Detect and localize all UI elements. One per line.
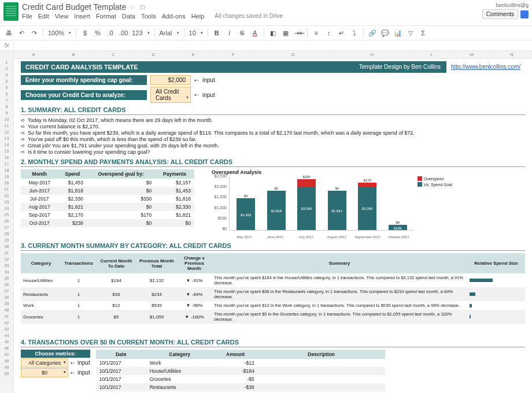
title-band: CREDIT CARD ANALYSIS TEMPLATE Template D… <box>21 61 525 73</box>
chart-icon[interactable]: 📊 <box>394 29 402 37</box>
menu-edit[interactable]: Edit <box>38 13 49 20</box>
table-row: Oct-2017$239$0$0 <box>21 219 194 227</box>
decimal-increase-icon[interactable]: .00 <box>119 29 127 36</box>
zoom-select[interactable]: 100% <box>48 29 64 36</box>
menu-insert[interactable]: Insert <box>74 13 90 20</box>
table-row: Aug-2017$1,821$0$2,330 <box>21 203 194 211</box>
template-credit: Template Design by Ben Collins <box>353 61 446 73</box>
section3-title: 3. CURRENT MONTH SUMMARY BY CATEGORY: AL… <box>21 242 525 251</box>
font-select[interactable]: Arial <box>160 29 172 36</box>
summary-line: ➪Today is Monday, 02 Oct 2017, which mea… <box>21 117 525 123</box>
table-row: 10/1/2017Restaurants-$38 <box>96 383 385 391</box>
italic-icon[interactable]: I <box>226 29 234 36</box>
undo-icon[interactable]: ↶ <box>17 29 25 37</box>
strike-icon[interactable]: S <box>238 29 246 36</box>
goal-label: Enter your monthly spending cap goal: <box>21 75 147 85</box>
table-row: Sep-2017$2,170$170$1,821 <box>21 211 194 219</box>
decimal-decrease-icon[interactable]: .0 <box>106 29 114 36</box>
menu-addons[interactable]: Add-ons <box>162 13 186 20</box>
section2-title: 2. MONTHLY SPEND AND PAYMENTS ANALYSIS: … <box>21 158 525 167</box>
row-headers[interactable]: 1234567891011121314151617181920212223242… <box>0 51 14 393</box>
section4-title: 4. TRANSACTIONS OVER $0 IN CURRENT MONTH… <box>21 339 525 347</box>
menu-help[interactable]: Help <box>191 13 205 20</box>
merge-icon[interactable]: ⇥⇤ <box>294 29 302 37</box>
title-bar: Credit Card Budget Template ☆ 🗀 File Edi… <box>0 0 532 25</box>
redo-icon[interactable]: ↷ <box>30 29 38 37</box>
chart-legend: Overspend Vs. Spend Goal <box>418 176 452 188</box>
metric-amount-select[interactable]: $0 <box>21 368 68 377</box>
section1-title: 1. SUMMARY: ALL CREDIT CARDS <box>21 106 525 115</box>
bold-icon[interactable]: B <box>213 29 221 36</box>
toolbar: 🖶 ↶ ↷ 100%▾ $ % .0 .00 123▾ Arial▾ 10▾ B… <box>0 25 532 40</box>
wrap-icon[interactable]: ↵ <box>338 29 346 37</box>
save-status: All changes saved in Drive <box>215 13 283 20</box>
card-label: Choose your Credit Card to analyze: <box>21 90 147 100</box>
table-row: 10/1/2017House/Utilities-$184 <box>96 367 385 375</box>
font-size-select[interactable]: 10 <box>189 29 196 36</box>
print-icon[interactable]: 🖶 <box>5 29 13 36</box>
summary-line: ➪You've paid off $0 this month, which is… <box>21 136 525 142</box>
number-format-select[interactable]: 123 <box>132 29 142 36</box>
template-title: CREDIT CARD ANALYSIS TEMPLATE <box>21 61 353 73</box>
spreadsheet-content[interactable]: CREDIT CARD ANALYSIS TEMPLATE Template D… <box>14 59 532 393</box>
table-row: Work1$12$539▼ -98%This month you've spen… <box>21 301 525 310</box>
overspend-chart: Overspend Analysis Overspend Vs. Spend G… <box>206 169 455 239</box>
summary-line: ➪Is it time to consier lowering your spe… <box>21 149 525 155</box>
summary-line: ➪Your current balance is $2,170. <box>21 124 525 129</box>
category-table: Category Transactions Current Month To D… <box>21 253 525 324</box>
input-arrow-icon: ⇠ <box>71 360 75 366</box>
input-arrow-icon: ⇠ <box>194 77 199 83</box>
transactions-table: DateCategoryAmountDescription 10/1/2017W… <box>96 350 385 391</box>
card-select[interactable]: All Credit Cards <box>150 87 191 103</box>
text-color-icon[interactable]: A <box>251 29 259 36</box>
menu-file[interactable]: File <box>22 13 32 20</box>
fill-color-icon[interactable]: ◧ <box>269 29 277 37</box>
author-link[interactable]: http://www.benlcollins.com/ <box>451 64 520 70</box>
currency-icon[interactable]: $ <box>81 29 89 36</box>
table-row: 10/1/2017Groceries-$5 <box>96 375 385 383</box>
input-arrow-icon: ⇠ <box>71 370 75 376</box>
formula-bar[interactable]: fx <box>0 40 532 51</box>
metrics-label: Choose metrics: <box>21 350 90 358</box>
sheets-app-icon[interactable] <box>3 2 19 21</box>
comment-icon[interactable]: 💬 <box>381 29 389 37</box>
menu-bar: File Edit View Insert Format Data Tools … <box>22 13 482 20</box>
fx-icon: fx <box>0 42 14 49</box>
summary-line: ➪So far this month, you have spent $239,… <box>21 130 525 136</box>
comments-button[interactable]: Comments <box>482 9 518 19</box>
menu-view[interactable]: View <box>55 13 69 20</box>
table-row: Restaurants1$38$234▼ -84%This month you'… <box>21 287 525 301</box>
table-row: May-2017$1,453$0$2,157 <box>21 179 194 187</box>
menu-data[interactable]: Data <box>122 13 135 20</box>
star-icon[interactable]: ☆ <box>130 3 136 11</box>
functions-icon[interactable]: Σ <box>419 29 427 36</box>
input-hint: input <box>202 77 215 83</box>
monthly-table: MonthSpendOverspend goal by:Payments May… <box>21 169 194 227</box>
filter-icon[interactable]: ▽ <box>407 29 415 37</box>
metric-category-select[interactable]: All Categories <box>21 358 68 368</box>
column-headers[interactable]: ABCDEFGHLMN <box>14 51 532 59</box>
goal-input[interactable]: $2,000 <box>150 75 191 85</box>
account-email[interactable]: benlcollins@g <box>496 2 529 8</box>
table-row: Groceries1$5$1,055▼ -100%This month you'… <box>21 310 525 324</box>
menu-format[interactable]: Format <box>96 13 116 20</box>
menu-tools[interactable]: Tools <box>141 13 156 20</box>
halign-icon[interactable]: ≡ <box>312 29 320 36</box>
input-arrow-icon: ⇠ <box>194 92 199 98</box>
document-title[interactable]: Credit Card Budget Template <box>22 2 126 12</box>
rotate-icon[interactable]: ⤵ <box>350 29 359 36</box>
table-row: 10/1/2017Work-$12 <box>96 359 385 367</box>
move-folder-icon[interactable]: 🗀 <box>139 3 146 11</box>
link-icon[interactable]: 🔗 <box>368 29 376 37</box>
input-hint: input <box>202 92 215 98</box>
borders-icon[interactable]: ▦ <box>282 29 290 37</box>
table-row: House/Utilities1$184$2,132▼ -91%This mon… <box>21 273 525 287</box>
share-avatar-icon[interactable] <box>520 10 529 18</box>
table-row: Jul-2017$2,330$330$1,818 <box>21 195 194 203</box>
summary-line: ➪Great job! You are $1,761 under your sp… <box>21 143 525 149</box>
valign-icon[interactable]: ↕ <box>325 29 333 36</box>
table-row: Jun-2017$1,818$0$1,453 <box>21 187 194 195</box>
percent-icon[interactable]: % <box>94 29 102 36</box>
